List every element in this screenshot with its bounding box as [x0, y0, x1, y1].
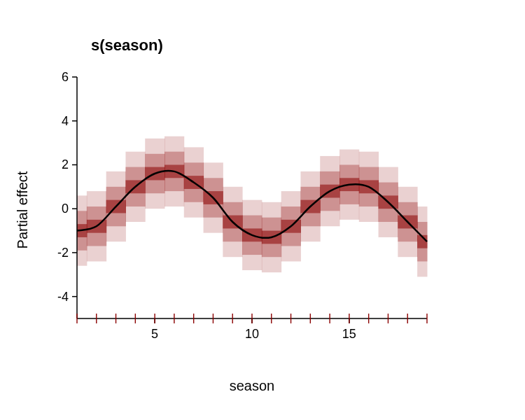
chart-container: s(season) Partial effect season -4-20246… — [0, 0, 525, 420]
x-tick-label: 15 — [342, 327, 356, 341]
y-tick-label: 4 — [62, 114, 69, 128]
y-tick-label: -2 — [57, 246, 69, 260]
y-tick-label: 6 — [62, 70, 69, 84]
y-tick-label: 0 — [62, 202, 69, 216]
y-tick-label: -4 — [57, 290, 69, 304]
x-tick-label: 10 — [245, 327, 259, 341]
plot-area: -4-2024651015 — [0, 0, 525, 420]
y-tick-label: 2 — [62, 158, 69, 172]
x-tick-label: 5 — [151, 327, 158, 341]
